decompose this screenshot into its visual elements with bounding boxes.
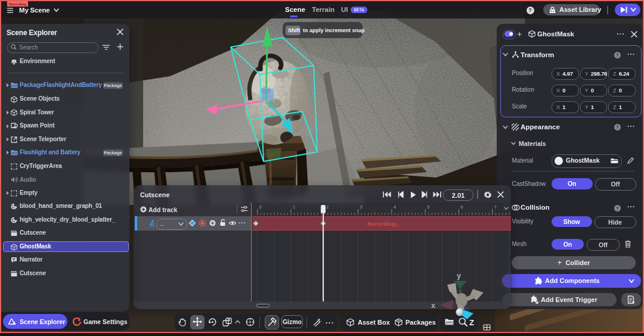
svg-text:y: y bbox=[457, 271, 462, 280]
svg-text:x: x bbox=[431, 301, 436, 310]
svg-text:Z: Z bbox=[469, 318, 474, 327]
